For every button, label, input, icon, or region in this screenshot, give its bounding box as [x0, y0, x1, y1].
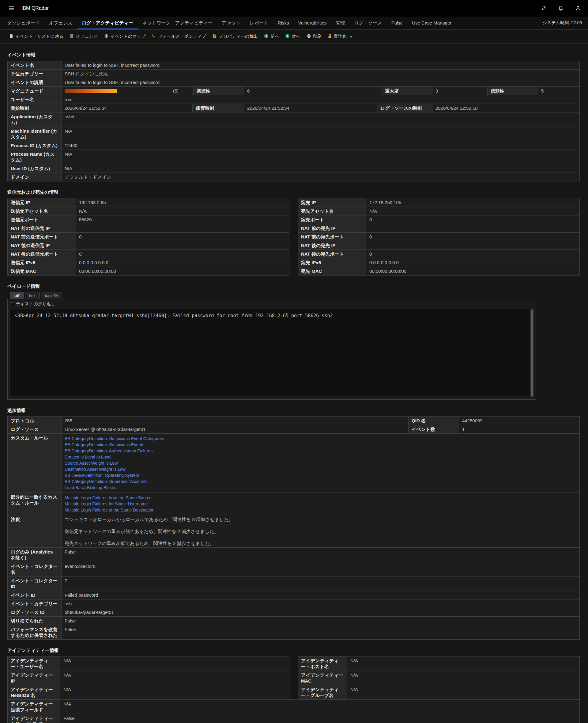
rule-link[interactable]: Multiple Login Failures to the Same Dest… [65, 507, 576, 513]
payload-scrollbar[interactable] [530, 309, 534, 397]
document-icon [9, 34, 14, 39]
time-row: 開始時刻 2026/04/24 21:52:34 保管時刻 2026/04/24… [7, 104, 580, 113]
identity-table: アイデンティティー・ユーザー名 N/A アイデンティティー IP N/A アイデ… [7, 656, 580, 700]
table-row: イベント名 User failed to login to SSH, incor… [7, 61, 580, 69]
additional-info-title: 追加情報 [7, 408, 580, 414]
nav-tab[interactable]: ログ・ソース [350, 17, 386, 29]
field-label: イベント・カテゴリー [8, 600, 61, 608]
nav-tab[interactable]: ダッシュボード [2, 17, 44, 29]
text-wrap-checkbox[interactable] [10, 302, 14, 306]
nav-tabs: ダッシュボード オフェンス ログ・アクティビティー ネットワーク・アクティビティ… [2, 17, 456, 29]
extract-icon [212, 34, 217, 39]
field-label: 宛先 IPv6 [298, 258, 366, 267]
false-positive-button[interactable]: フォールス・ポジティブ [149, 33, 209, 40]
nav-tab[interactable]: ログ・アクティビティー [77, 17, 138, 29]
offense-button[interactable]: オフェンス [67, 33, 101, 40]
payload-content: <38>Apr 24 12:52:18 ohtsuka-qradar-targe… [15, 313, 333, 318]
back-to-event-list-button[interactable]: イベント・リストに戻る [6, 33, 66, 40]
extract-property-label: プロパティーの抽出 [219, 34, 258, 39]
previous-button[interactable]: 前へ [261, 33, 282, 40]
log-source-value: LinuxServer @ ohtsuka-qradar-target01 [61, 425, 408, 434]
false-positive-label: フォールス・ポジティブ [158, 34, 206, 39]
start-time-label: 開始時刻 [8, 104, 61, 112]
rule-link[interactable]: Context is Local to Local [65, 454, 576, 460]
scrollbar-thumb[interactable] [531, 309, 533, 396]
field-value: ssh [61, 600, 580, 608]
nav-tab[interactable]: Pulse [387, 17, 407, 29]
nav-tab[interactable]: Use Case Manager [407, 17, 456, 29]
table-row: NAT 後の送信元ポート 0 [7, 250, 289, 258]
layers-icon[interactable] [541, 5, 546, 11]
nav-tab[interactable]: オフェンス [44, 17, 77, 29]
field-value: False [61, 617, 580, 625]
magnitude-cell: (5) [61, 87, 193, 95]
magnitude-label: マグニチュード [8, 87, 61, 95]
rule-link[interactable]: BB:CategoryDefinition: Suspicious Events [65, 442, 576, 448]
user-account-icon[interactable] [575, 5, 581, 11]
field-label: パフォーマンスを改善するために保管された [8, 625, 61, 639]
back-to-event-list-label: イベント・リストに戻る [15, 34, 63, 39]
field-value: 0 [76, 233, 289, 241]
text-wrap-label: テキストの折り返し [16, 301, 55, 307]
table-row: ログ・ソース ID ohtsuka-qradar-target01 [7, 608, 580, 617]
table-row: 切り捨てられた False [7, 617, 580, 625]
field-value: Failed password [61, 591, 580, 599]
rule-link[interactable]: Source Asset Weight is Low [65, 460, 576, 466]
rule-link[interactable]: BB:CategoryDefinition: Suspicious Event … [65, 436, 576, 442]
nav-tab[interactable]: Risks [273, 17, 294, 29]
field-value: N/A [76, 207, 289, 215]
payload-box: テキストの折り返し <38>Apr 24 12:52:18 ohtsuka-qr… [7, 299, 536, 400]
rule-link[interactable]: Load Basic Building Blocks [65, 485, 576, 491]
field-label: アイデンティティー NetBIOS 名 [8, 685, 60, 699]
nav-tab[interactable]: Vulnerabilities [293, 17, 331, 29]
field-value: False [60, 714, 580, 723]
payload-tab[interactable]: base64 [41, 292, 62, 299]
rule-link[interactable]: BB:CategoryDefinition: Authentication Fa… [65, 448, 576, 454]
rule-link[interactable]: BB:CategoryDefinition: Superuser Account… [65, 478, 576, 485]
field-value: sshd [61, 113, 580, 126]
table-row: 送信元 IP 192.168.2.65 [7, 198, 289, 207]
rule-link[interactable]: Multiple Login Failures for Single Usern… [65, 501, 576, 507]
rule-link[interactable]: BB:DeviceDefinition: Operating System [65, 472, 576, 478]
print-button[interactable]: 印刷 [304, 33, 324, 40]
payload-tab[interactable]: utf [10, 292, 24, 299]
relevance-label: 関連性 [193, 87, 244, 95]
qid-name-value: 44250069 [459, 417, 580, 425]
table-row: NAT 後の宛先ポート 0 [298, 250, 580, 258]
start-time-value: 2026/04/24 21:52:34 [61, 104, 192, 112]
src-dst-table: 送信元 IP 192.168.2.65 送信元アセット名 N/A 送信元ポート … [7, 198, 580, 276]
event-info-table: イベント名 User failed to login to SSH, incor… [7, 61, 580, 181]
caret-down-icon [349, 34, 353, 39]
field-value [76, 224, 289, 232]
menu-icon[interactable] [7, 4, 15, 12]
custom-rules-label: カスタム・ルール [8, 434, 61, 493]
rule-link[interactable]: Destination Asset Weight is Low [65, 466, 576, 472]
payload-tab[interactable]: hex [25, 292, 40, 299]
table-row: 宛先 IPv6 0:0:0:0:0:0:0:0 [298, 258, 580, 267]
additional-info-table: プロトコル 255 QID 名 44250069 ログ・ソース LinuxSer… [7, 416, 580, 640]
nav-tab[interactable]: アセット [217, 17, 245, 29]
table-row: 送信元アセット名 N/A [7, 207, 289, 216]
extract-property-button[interactable]: プロパティーの抽出 [209, 33, 260, 40]
nav-tab[interactable]: 管理 [331, 17, 350, 29]
table-row: 下位カテゴリー SSH ログインに失敗 [7, 69, 580, 78]
field-value: デフォルト・ドメイン [61, 173, 580, 181]
field-label: イベント ID [8, 591, 61, 599]
magnitude-bar [65, 89, 117, 93]
nav-tab[interactable]: レポート [245, 17, 273, 29]
rule-link[interactable]: Multiple Login Failures from the Same So… [65, 495, 576, 501]
field-value: 0:0:0:0:0:0:0:0 [76, 258, 289, 267]
destination-column: 宛先 IP 172.18.250.105 宛先アセット名 N/A 宛先ポート 0… [298, 198, 580, 276]
notifications-bell-icon[interactable] [558, 5, 564, 11]
field-value [366, 224, 580, 232]
field-value: N/A [347, 685, 580, 699]
nav-tab[interactable]: ネットワーク・アクティビティー [138, 17, 217, 29]
prev-arrow-icon [264, 34, 269, 39]
print-label: 印刷 [313, 34, 321, 39]
field-value: 172.18.250.105 [366, 198, 580, 206]
field-label: アイデンティティー IP [8, 671, 60, 685]
next-button[interactable]: 次へ [282, 33, 303, 40]
event-map-button[interactable]: イベントのマップ [101, 33, 149, 40]
table-row: ログのみ (Analytics を除く) False [7, 548, 580, 562]
obfuscation-button[interactable]: 難読化 [325, 33, 355, 40]
